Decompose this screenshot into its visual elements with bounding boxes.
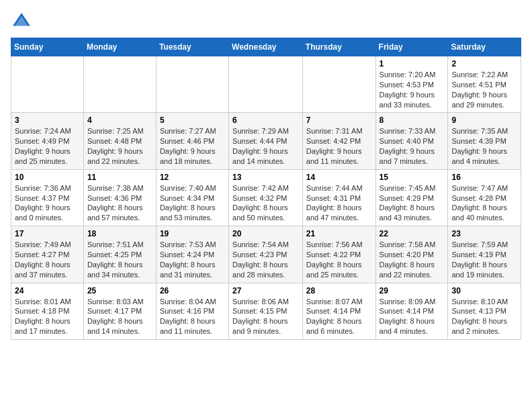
sunrise-label: Sunrise: 7:35 AM <box>451 127 508 135</box>
calendar-cell <box>229 56 303 113</box>
daylight-label: Daylight: 8 hours and 6 minutes. <box>306 317 362 335</box>
sunrise-label: Sunrise: 7:27 AM <box>160 127 216 135</box>
sunset-label: Sunset: 4:16 PM <box>160 307 214 315</box>
sunset-label: Sunset: 4:25 PM <box>87 250 142 259</box>
day-info: Sunrise: 7:47 AM Sunset: 4:28 PM Dayligh… <box>451 183 517 223</box>
calendar-cell: 14 Sunrise: 7:44 AM Sunset: 4:31 PM Dayl… <box>302 169 375 226</box>
day-info: Sunrise: 8:09 AM Sunset: 4:14 PM Dayligh… <box>380 297 445 336</box>
daylight-label: Daylight: 8 hours and 57 minutes. <box>87 203 143 222</box>
day-info: Sunrise: 7:24 AM Sunset: 4:49 PM Dayligh… <box>15 126 80 166</box>
sunrise-label: Sunrise: 7:42 AM <box>232 184 289 192</box>
calendar-cell: 11 Sunrise: 7:38 AM Sunset: 4:36 PM Dayl… <box>83 169 156 226</box>
day-info: Sunrise: 7:59 AM Sunset: 4:19 PM Dayligh… <box>451 240 517 279</box>
day-info: Sunrise: 7:53 AM Sunset: 4:24 PM Dayligh… <box>160 240 225 279</box>
sunset-label: Sunset: 4:44 PM <box>232 137 287 145</box>
daylight-label: Daylight: 9 hours and 14 minutes. <box>232 147 288 165</box>
calendar-cell: 21 Sunrise: 7:56 AM Sunset: 4:22 PM Dayl… <box>302 226 375 283</box>
day-number: 22 <box>380 229 445 238</box>
daylight-label: Daylight: 8 hours and 47 minutes. <box>306 203 362 222</box>
calendar-cell: 22 Sunrise: 7:58 AM Sunset: 4:20 PM Dayl… <box>375 226 448 283</box>
daylight-label: Daylight: 8 hours and 43 minutes. <box>380 203 435 222</box>
day-number: 20 <box>232 229 299 238</box>
daylight-label: Daylight: 9 hours and 0 minutes. <box>15 203 71 222</box>
sunset-label: Sunset: 4:28 PM <box>451 194 506 202</box>
sunset-label: Sunset: 4:24 PM <box>160 250 214 259</box>
sunrise-label: Sunrise: 7:29 AM <box>232 127 289 135</box>
sunrise-label: Sunrise: 8:10 AM <box>451 298 508 306</box>
day-info: Sunrise: 7:51 AM Sunset: 4:25 PM Dayligh… <box>87 240 152 279</box>
column-header-sunday: Sunday <box>11 38 84 56</box>
day-number: 29 <box>380 286 445 295</box>
daylight-label: Daylight: 8 hours and 37 minutes. <box>15 261 71 279</box>
day-number: 30 <box>451 286 517 295</box>
day-number: 19 <box>160 229 225 238</box>
sunrise-label: Sunrise: 7:51 AM <box>87 240 144 248</box>
sunset-label: Sunset: 4:48 PM <box>87 137 142 145</box>
column-header-friday: Friday <box>375 38 448 56</box>
day-info: Sunrise: 8:04 AM Sunset: 4:16 PM Dayligh… <box>160 297 225 336</box>
daylight-label: Daylight: 8 hours and 22 minutes. <box>380 261 435 279</box>
day-info: Sunrise: 8:06 AM Sunset: 4:15 PM Dayligh… <box>232 297 299 336</box>
sunset-label: Sunset: 4:31 PM <box>306 194 361 202</box>
day-info: Sunrise: 7:27 AM Sunset: 4:46 PM Dayligh… <box>160 126 225 166</box>
sunset-label: Sunset: 4:49 PM <box>15 137 69 145</box>
calendar-cell: 24 Sunrise: 8:01 AM Sunset: 4:18 PM Dayl… <box>11 283 84 339</box>
sunset-label: Sunset: 4:14 PM <box>306 307 361 315</box>
column-header-thursday: Thursday <box>302 38 375 56</box>
sunset-label: Sunset: 4:27 PM <box>15 250 69 259</box>
sunrise-label: Sunrise: 7:54 AM <box>232 240 289 248</box>
daylight-label: Daylight: 9 hours and 33 minutes. <box>380 91 435 109</box>
day-number: 15 <box>380 173 445 182</box>
calendar-cell: 9 Sunrise: 7:35 AM Sunset: 4:39 PM Dayli… <box>448 113 521 169</box>
column-header-wednesday: Wednesday <box>229 38 303 56</box>
sunrise-label: Sunrise: 8:07 AM <box>306 298 363 306</box>
column-header-monday: Monday <box>83 38 156 56</box>
calendar-cell: 26 Sunrise: 8:04 AM Sunset: 4:16 PM Dayl… <box>156 283 228 339</box>
daylight-label: Daylight: 9 hours and 11 minutes. <box>306 147 362 165</box>
sunrise-label: Sunrise: 7:38 AM <box>87 184 144 192</box>
day-info: Sunrise: 7:45 AM Sunset: 4:29 PM Dayligh… <box>380 183 445 223</box>
day-info: Sunrise: 7:33 AM Sunset: 4:40 PM Dayligh… <box>380 126 445 166</box>
day-info: Sunrise: 7:36 AM Sunset: 4:37 PM Dayligh… <box>15 183 80 223</box>
day-info: Sunrise: 7:40 AM Sunset: 4:34 PM Dayligh… <box>160 183 225 223</box>
sunset-label: Sunset: 4:32 PM <box>232 194 287 202</box>
day-info: Sunrise: 7:25 AM Sunset: 4:48 PM Dayligh… <box>87 126 152 166</box>
daylight-label: Daylight: 8 hours and 14 minutes. <box>87 317 143 335</box>
calendar-cell <box>83 56 156 113</box>
day-info: Sunrise: 8:07 AM Sunset: 4:14 PM Dayligh… <box>306 297 372 336</box>
calendar-cell: 4 Sunrise: 7:25 AM Sunset: 4:48 PM Dayli… <box>83 113 156 169</box>
daylight-label: Daylight: 9 hours and 4 minutes. <box>451 147 507 165</box>
daylight-label: Daylight: 9 hours and 25 minutes. <box>15 147 71 165</box>
daylight-label: Daylight: 9 hours and 7 minutes. <box>380 147 435 165</box>
calendar-cell: 16 Sunrise: 7:47 AM Sunset: 4:28 PM Dayl… <box>448 169 521 226</box>
daylight-label: Daylight: 8 hours and 4 minutes. <box>380 317 435 335</box>
sunrise-label: Sunrise: 7:33 AM <box>380 127 436 135</box>
day-info: Sunrise: 8:10 AM Sunset: 4:13 PM Dayligh… <box>451 297 517 336</box>
daylight-label: Daylight: 8 hours and 19 minutes. <box>451 261 507 279</box>
sunrise-label: Sunrise: 7:56 AM <box>306 240 363 248</box>
sunrise-label: Sunrise: 7:31 AM <box>306 127 363 135</box>
page-header <box>11 11 521 32</box>
day-number: 5 <box>160 116 225 125</box>
sunrise-label: Sunrise: 8:04 AM <box>160 298 216 306</box>
calendar-header-row: SundayMondayTuesdayWednesdayThursdayFrid… <box>11 38 521 56</box>
logo <box>11 11 35 32</box>
day-number: 12 <box>160 173 225 182</box>
calendar-week-5: 24 Sunrise: 8:01 AM Sunset: 4:18 PM Dayl… <box>11 283 521 339</box>
sunrise-label: Sunrise: 7:59 AM <box>451 240 508 248</box>
day-number: 9 <box>451 116 517 125</box>
day-number: 23 <box>451 229 517 238</box>
sunset-label: Sunset: 4:14 PM <box>380 307 434 315</box>
day-info: Sunrise: 7:29 AM Sunset: 4:44 PM Dayligh… <box>232 126 299 166</box>
daylight-label: Daylight: 8 hours and 9 minutes. <box>232 317 288 335</box>
sunset-label: Sunset: 4:42 PM <box>306 137 361 145</box>
calendar-cell: 13 Sunrise: 7:42 AM Sunset: 4:32 PM Dayl… <box>229 169 303 226</box>
sunrise-label: Sunrise: 7:58 AM <box>380 240 436 248</box>
sunrise-label: Sunrise: 8:01 AM <box>15 298 71 306</box>
sunset-label: Sunset: 4:29 PM <box>380 194 434 202</box>
sunrise-label: Sunrise: 7:49 AM <box>15 240 71 248</box>
calendar-cell <box>302 56 375 113</box>
column-header-saturday: Saturday <box>448 38 521 56</box>
sunrise-label: Sunrise: 8:06 AM <box>232 298 289 306</box>
calendar-week-2: 3 Sunrise: 7:24 AM Sunset: 4:49 PM Dayli… <box>11 113 521 169</box>
